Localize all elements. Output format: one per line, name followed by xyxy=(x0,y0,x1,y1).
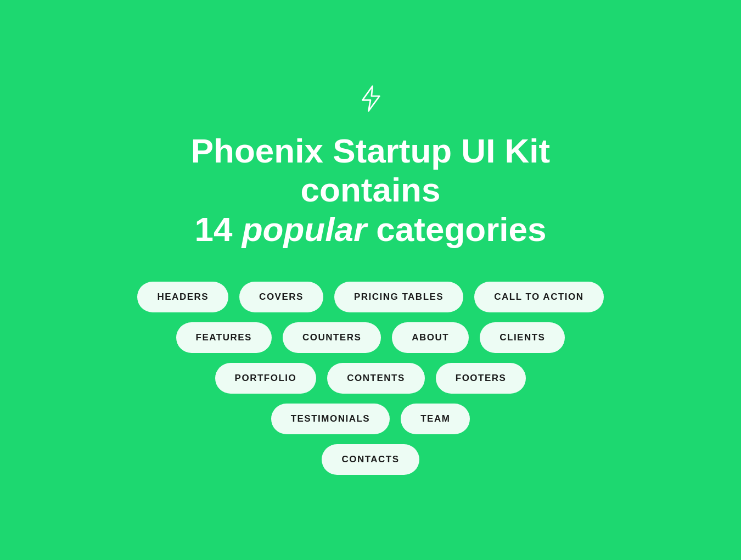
category-row-row4: TESTIMONIALSTEAM xyxy=(271,404,470,434)
category-row-row3: PORTFOLIOCONTENTSFOOTERS xyxy=(215,363,526,394)
pill-contents[interactable]: CONTENTS xyxy=(327,363,425,394)
pill-footers[interactable]: FOOTERS xyxy=(436,363,526,394)
pill-counters[interactable]: COUNTERS xyxy=(283,322,381,353)
category-row-row2: FEATURESCOUNTERSABOUTCLIENTS xyxy=(176,322,565,353)
pill-headers[interactable]: HEADERS xyxy=(137,282,228,312)
pill-pricing-tables[interactable]: PRICING TABLES xyxy=(334,282,463,312)
pill-call-to-action[interactable]: CALL TO ACTION xyxy=(474,282,603,312)
category-row-row1: HEADERSCOVERSPRICING TABLESCALL TO ACTIO… xyxy=(137,282,603,312)
pill-covers[interactable]: COVERS xyxy=(239,282,323,312)
page-headline: Phoenix Startup UI Kit contains 14 popul… xyxy=(124,131,618,249)
headline-number: 14 xyxy=(195,210,233,248)
pill-testimonials[interactable]: TESTIMONIALS xyxy=(271,404,390,434)
pill-contacts[interactable]: CONTACTS xyxy=(322,444,419,475)
categories-container: HEADERSCOVERSPRICING TABLESCALL TO ACTIO… xyxy=(0,282,741,475)
pill-team[interactable]: TEAM xyxy=(401,404,470,434)
category-row-row5: CONTACTS xyxy=(322,444,419,475)
headline-line1: Phoenix Startup UI Kit contains xyxy=(191,132,550,209)
headline-italic: popular xyxy=(242,210,367,248)
pill-portfolio[interactable]: PORTFOLIO xyxy=(215,363,317,394)
lightning-bolt-icon xyxy=(360,85,381,115)
pill-features[interactable]: FEATURES xyxy=(176,322,272,353)
pill-clients[interactable]: CLIENTS xyxy=(480,322,565,353)
pill-about[interactable]: ABOUT xyxy=(392,322,469,353)
headline-rest: categories xyxy=(376,210,546,248)
